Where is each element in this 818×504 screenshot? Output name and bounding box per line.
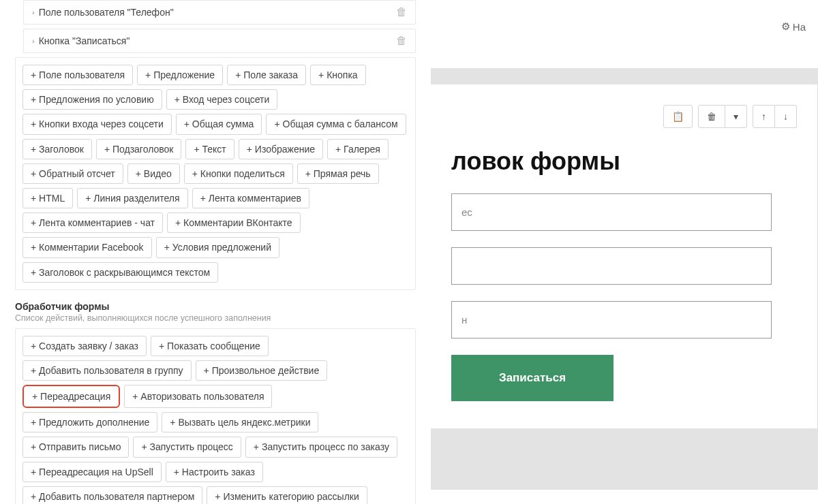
handler-tag[interactable]: + Произвольное действие xyxy=(196,360,328,381)
handler-tag[interactable]: + Переадресация xyxy=(22,385,120,408)
delete-button[interactable]: 🗑 xyxy=(698,105,725,128)
field-label: Поле пользователя "Телефон" xyxy=(39,7,174,18)
gray-strip xyxy=(431,68,818,84)
element-tag[interactable]: + Общая сумма с балансом xyxy=(266,114,406,134)
handler-tags-panel: + Создать заявку / заказ+ Показать сообщ… xyxy=(15,328,416,504)
element-tag[interactable]: + Обратный отсчет xyxy=(22,163,123,184)
element-tag[interactable]: + Условия предложений xyxy=(156,237,279,257)
handler-tag[interactable]: + Переадресация на UpSell xyxy=(22,462,162,482)
form-title: ловок формы xyxy=(451,147,797,176)
element-tag[interactable]: + Предложения по условию xyxy=(22,89,162,110)
element-tag[interactable]: + HTML xyxy=(22,188,73,208)
delete-icon[interactable]: 🗑 xyxy=(396,6,407,18)
handler-tag[interactable]: + Отправить письмо xyxy=(22,437,129,457)
handler-tag[interactable]: + Запустить процесс по заказу xyxy=(245,437,397,457)
element-tag[interactable]: + Общая сумма xyxy=(176,114,262,134)
preview-card: 📋 🗑 ▾ ↑ ↓ ловок формы ес . н Записаться xyxy=(431,84,818,428)
handler-tag[interactable]: + Вызвать цель яндекс.метрики xyxy=(162,412,318,432)
element-tag[interactable]: + Комментарии ВКонтакте xyxy=(167,212,301,233)
element-tag[interactable]: + Лента комментариев - чат xyxy=(22,212,163,233)
arrow-down-icon: ↓ xyxy=(783,111,788,122)
element-tag[interactable]: + Поле заказа xyxy=(227,65,306,85)
clipboard-icon: 📋 xyxy=(672,111,684,122)
element-tag[interactable]: + Поле пользователя xyxy=(22,65,133,85)
field-row-button[interactable]: › Кнопка "Записаться" 🗑 xyxy=(23,29,416,53)
gray-strip xyxy=(431,428,818,490)
handler-tag[interactable]: + Изменить категорию рассылки xyxy=(207,486,367,504)
element-tag[interactable]: + Кнопки поделиться xyxy=(184,163,293,184)
submit-button[interactable]: Записаться xyxy=(451,355,614,401)
element-tag[interactable]: + Видео xyxy=(127,163,180,184)
trash-icon: 🗑 xyxy=(707,111,716,122)
handler-tag[interactable]: + Добавить пользователя в группу xyxy=(22,360,192,381)
preview-panel: ⚙ На 📋 🗑 ▾ ↑ ↓ ловок формы ес . xyxy=(431,0,818,504)
element-tag[interactable]: + Комментарии Facebook xyxy=(22,237,152,257)
paste-button[interactable]: 📋 xyxy=(663,105,693,128)
element-tag[interactable]: + Заголовок xyxy=(22,139,92,159)
field-row-phone[interactable]: › Поле пользователя "Телефон" 🗑 xyxy=(23,0,416,25)
delete-icon[interactable]: 🗑 xyxy=(396,35,407,47)
dropdown-button[interactable]: ▾ xyxy=(725,105,747,128)
preview-input-3[interactable]: н xyxy=(451,301,772,338)
settings-panel: › Поле пользователя "Телефон" 🗑 › Кнопка… xyxy=(0,0,431,504)
settings-link[interactable]: ⚙ На xyxy=(781,20,806,33)
element-tag[interactable]: + Подзаголовок xyxy=(96,139,182,159)
handler-tag[interactable]: + Авторизовать пользователя xyxy=(124,385,272,408)
handler-tag[interactable]: + Добавить пользователя партнером xyxy=(22,486,202,504)
handler-tag[interactable]: + Показать сообщение xyxy=(151,336,269,356)
toolbar: 📋 🗑 ▾ ↑ ↓ xyxy=(451,105,797,128)
element-tag[interactable]: + Изображение xyxy=(239,139,323,159)
handler-desc: Список действий, выполняющихся после усп… xyxy=(15,313,416,323)
element-tags-panel: + Поле пользователя+ Предложение+ Поле з… xyxy=(15,57,416,290)
element-tag[interactable]: + Прямая речь xyxy=(297,163,379,184)
chevron-right-icon: › xyxy=(32,37,35,45)
element-tag[interactable]: + Линия разделителя xyxy=(77,188,187,208)
element-tag[interactable]: + Галерея xyxy=(327,139,389,159)
arrow-up-icon: ↑ xyxy=(761,111,766,122)
move-down-button[interactable]: ↓ xyxy=(775,105,797,128)
handler-tag[interactable]: + Предложить дополнение xyxy=(22,412,157,432)
element-tag[interactable]: + Текст xyxy=(185,139,234,159)
element-tag[interactable]: + Вход через соцсети xyxy=(166,89,278,110)
chevron-down-icon: ▾ xyxy=(733,111,738,122)
element-tag[interactable]: + Предложение xyxy=(137,65,223,85)
gear-icon: ⚙ xyxy=(781,20,790,33)
preview-input-1[interactable]: ес xyxy=(451,193,772,231)
field-label: Кнопка "Записаться" xyxy=(39,35,130,46)
preview-input-2[interactable]: . xyxy=(451,247,772,285)
element-tag[interactable]: + Кнопка xyxy=(310,65,366,85)
element-tag[interactable]: + Кнопки входа через соцсети xyxy=(22,114,172,134)
handler-tag[interactable]: + Запустить процесс xyxy=(133,437,241,457)
move-up-button[interactable]: ↑ xyxy=(753,105,775,128)
chevron-right-icon: › xyxy=(32,8,35,16)
element-tag[interactable]: + Заголовок с раскрывающимся текстом xyxy=(22,262,218,283)
handler-title: Обработчик формы xyxy=(15,301,416,312)
handler-tag[interactable]: + Настроить заказ xyxy=(166,462,263,482)
handler-tag[interactable]: + Создать заявку / заказ xyxy=(22,336,147,356)
element-tag[interactable]: + Лента комментариев xyxy=(192,188,309,208)
